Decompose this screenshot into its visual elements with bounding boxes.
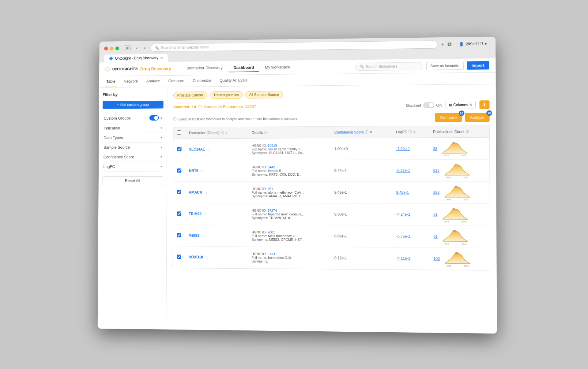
- star-button-5[interactable]: ☆: [205, 255, 209, 260]
- filter-label-data-types: Data Types: [104, 136, 123, 140]
- svg-text:2022: 2022: [463, 199, 468, 200]
- address-bar[interactable]: 🔍 Search or enter website name: [150, 40, 437, 52]
- gene-name-5[interactable]: HOXD10: [189, 255, 203, 259]
- save-favourite-button[interactable]: Save as favourite: [426, 62, 463, 70]
- sidebar-toggle-button[interactable]: ⊞: [124, 45, 131, 51]
- publication-chart-svg: 97 2018 2022: [445, 185, 470, 200]
- sub-nav-analyze[interactable]: Analyze: [145, 76, 161, 87]
- pub-count-1[interactable]: 635: [433, 168, 439, 173]
- sub-nav-table[interactable]: Table: [105, 76, 117, 88]
- row-checkbox-2[interactable]: [177, 190, 181, 194]
- svg-text:2022: 2022: [462, 243, 466, 244]
- select-all-checkbox[interactable]: [177, 130, 181, 135]
- hgnc-link-5[interactable]: 5133: [267, 252, 275, 256]
- sidebar-item-sample-source[interactable]: Sample Source ▾: [102, 143, 163, 152]
- gene-name-2[interactable]: AMACR: [189, 190, 202, 195]
- browser-tab[interactable]: 🔷 OntoSight - Drug Discovery ✕: [104, 54, 168, 62]
- info-icon: ⓘ: [365, 130, 368, 134]
- custom-groups-toggle[interactable]: [149, 115, 159, 121]
- pub-count-4[interactable]: 61: [433, 234, 438, 239]
- sidebar-item-indication[interactable]: Indication ▾: [102, 123, 163, 133]
- sub-nav-network[interactable]: Network: [123, 76, 139, 87]
- analyze-badge: 10: [486, 110, 492, 116]
- pub-chart-0: 13 2018 2022: [442, 141, 467, 156]
- hgnc-link-1[interactable]: 6442: [268, 165, 275, 169]
- sub-nav-customize[interactable]: Customize: [191, 75, 212, 87]
- columns-button[interactable]: ⊞ Columns ✎: [445, 101, 476, 109]
- sort-icon[interactable]: ⇅: [413, 130, 416, 133]
- sidebar-item-confidence-score[interactable]: Confidence Score ▾: [102, 152, 163, 162]
- user-label[interactable]: 28Set111!: [466, 42, 483, 46]
- row-checkbox-5[interactable]: [177, 255, 181, 259]
- publications-cell-3: 61 21 2018 2022: [433, 207, 486, 222]
- nav-item-dashboard[interactable]: Dashboard: [229, 63, 259, 73]
- pub-count-2[interactable]: 292: [433, 190, 440, 195]
- nav-item-biomarker[interactable]: Biomarker Discovery: [182, 64, 228, 73]
- back-button[interactable]: ‹: [134, 45, 139, 51]
- browser-window: ⊞ ‹ › 🔍 Search or enter website name + ⧉…: [98, 37, 497, 334]
- maximize-window-button[interactable]: [115, 46, 119, 50]
- star-button-0[interactable]: ☆: [207, 147, 211, 152]
- table-row: AMACR ☆ HGNC ID: 451 Full name: alpha-me…: [173, 181, 490, 203]
- hgnc-link-0[interactable]: 10918: [268, 144, 277, 147]
- compare-button[interactable]: Compare 10: [435, 113, 462, 122]
- gradient-toggle[interactable]: [423, 102, 435, 108]
- star-button-2[interactable]: ☆: [204, 190, 208, 195]
- add-custom-group-button[interactable]: + Add custom group: [103, 101, 164, 109]
- new-tab-button[interactable]: +: [441, 41, 445, 47]
- close-window-button[interactable]: [104, 47, 108, 50]
- sidebar-item-data-types[interactable]: Data Types ▾: [102, 133, 163, 143]
- gene-name-3[interactable]: TRIM29: [189, 212, 202, 216]
- chip-transcriptomics[interactable]: Transcriptomics: [209, 91, 243, 99]
- tab-close-icon[interactable]: ✕: [160, 56, 163, 60]
- app-content: ⬡ ONTOSIGHT® Drug Discovery Biomarker Di…: [98, 58, 497, 334]
- forward-button[interactable]: ›: [142, 45, 147, 51]
- sort-icon[interactable]: ⇅: [225, 131, 228, 134]
- row-checkbox-4[interactable]: [177, 233, 181, 237]
- star-button-3[interactable]: ☆: [203, 211, 207, 216]
- detail-hgnc-3: HGNC ID: 17274: [251, 209, 327, 213]
- logfc-val-3[interactable]: -4.24e-1: [396, 212, 410, 217]
- detail-fullname-1: Full name: keratin 5: [252, 169, 327, 173]
- table-row: TRIM29 ☆ HGNC ID: 17274 Full name: tripa…: [173, 203, 490, 226]
- chip-prostate-cancer[interactable]: Prostate Cancer: [173, 91, 207, 99]
- analyze-button[interactable]: Analyze 10: [465, 113, 490, 122]
- pub-count-3[interactable]: 61: [433, 212, 438, 217]
- hgnc-link-4[interactable]: 7001: [268, 230, 275, 234]
- chevron-down-icon: ▾: [485, 42, 487, 46]
- sidebar-item-custom-groups[interactable]: Custom Groups ▾: [103, 113, 164, 124]
- row-checkbox-1[interactable]: [177, 168, 182, 173]
- pub-count-5[interactable]: 103: [433, 256, 440, 261]
- minimize-window-button[interactable]: [110, 46, 114, 50]
- hgnc-link-3[interactable]: 17274: [268, 209, 277, 212]
- row-checkbox-3[interactable]: [177, 211, 181, 216]
- detail-fullname-0: Full name: solute carrier family 1...: [252, 147, 327, 151]
- logfc-val-1[interactable]: -6.27e-1: [396, 169, 410, 173]
- pub-count-0[interactable]: 28: [433, 147, 437, 151]
- logfc-val-0[interactable]: -7.29e-1: [396, 147, 410, 151]
- svg-text:2022: 2022: [461, 155, 466, 156]
- download-button[interactable]: ⬇: [479, 100, 489, 109]
- sub-nav-compare[interactable]: Compare: [167, 76, 186, 87]
- gradient-label: Gradient: [406, 103, 421, 107]
- gene-name-4[interactable]: MEIS2: [189, 233, 199, 238]
- module-name: Drug Discovery: [140, 66, 171, 71]
- star-button-4[interactable]: ☆: [201, 233, 205, 238]
- logfc-val-4[interactable]: -6.75e-1: [396, 234, 410, 239]
- sub-nav-quality[interactable]: Quality Analysis: [218, 75, 248, 86]
- nav-item-workspace[interactable]: My workspace: [260, 63, 295, 72]
- import-button[interactable]: Import: [466, 61, 489, 70]
- hgnc-link-2[interactable]: 451: [268, 187, 273, 191]
- chip-all-sample-source[interactable]: All Sample Source: [245, 91, 283, 99]
- gene-name-0[interactable]: SLC14A1: [189, 147, 205, 151]
- gene-name-1[interactable]: KRT5: [189, 169, 198, 173]
- sort-icon[interactable]: ⇅: [370, 130, 372, 134]
- search-biomarkers-input[interactable]: 🔍 Search Biomarkers: [355, 62, 423, 71]
- logfc-val-2[interactable]: 8.48e-1: [396, 190, 409, 195]
- window-button[interactable]: ⧉: [448, 41, 452, 47]
- reset-all-button[interactable]: Reset All: [102, 176, 163, 185]
- star-button-1[interactable]: ☆: [200, 168, 204, 173]
- row-checkbox-0[interactable]: [177, 147, 182, 151]
- logfc-val-5[interactable]: -4.11e-1: [396, 256, 410, 260]
- sidebar-item-logfc[interactable]: LogFC ▾: [102, 162, 163, 172]
